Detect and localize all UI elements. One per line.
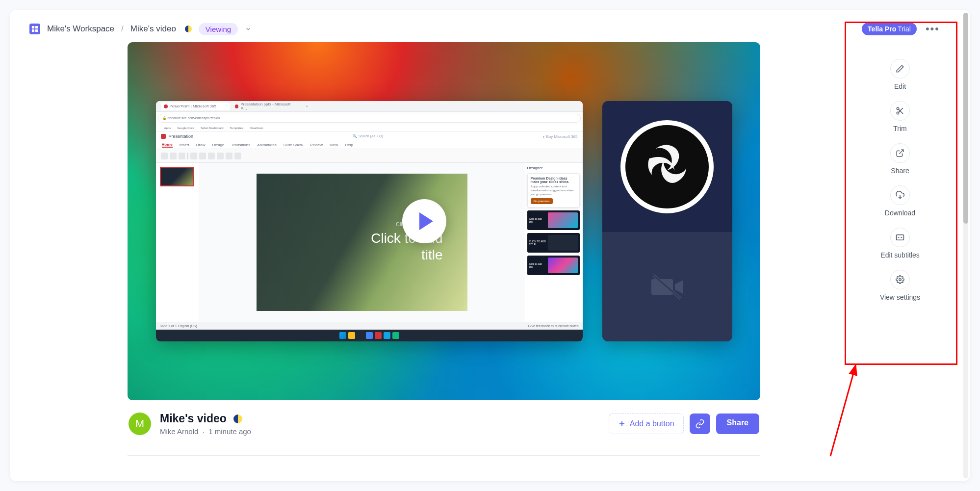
scrollbar-thumb[interactable]	[963, 13, 968, 224]
captions-icon	[896, 233, 904, 242]
svg-line-11	[900, 150, 903, 154]
timestamp: 1 minute ago	[208, 427, 251, 436]
viewing-badge[interactable]: Viewing	[199, 23, 238, 35]
svg-rect-3	[35, 29, 38, 32]
video-status-icon	[185, 26, 192, 32]
svg-rect-2	[32, 29, 34, 32]
link-icon	[695, 419, 705, 429]
plus-icon	[618, 420, 626, 428]
view-settings-button[interactable]: View settings	[880, 270, 920, 301]
video-player[interactable]: PowerPoint | Microsoft 365 Presentation.…	[128, 42, 760, 400]
pencil-icon	[896, 64, 904, 73]
copy-link-button[interactable]	[690, 413, 710, 434]
plan-badge[interactable]: Tella ProTrial	[862, 23, 917, 35]
video-title: Mike's video	[160, 412, 227, 425]
trim-button[interactable]: Trim	[890, 101, 910, 132]
screen-share-preview: PowerPoint | Microsoft 365 Presentation.…	[156, 101, 583, 341]
gear-icon	[896, 275, 904, 284]
edit-subtitles-button[interactable]: Edit subtitles	[880, 228, 919, 259]
chevron-down-icon[interactable]	[245, 26, 252, 32]
external-link-icon	[896, 149, 904, 157]
action-rail: Edit Trim Share Download Edit subtitles	[858, 42, 942, 456]
scissors-icon	[896, 106, 904, 115]
svg-point-7	[897, 107, 899, 110]
video-status-icon	[233, 414, 242, 423]
camera-off-icon	[647, 272, 687, 302]
download-button[interactable]: Download	[885, 185, 915, 217]
author-name: Mike Arnold	[160, 427, 198, 436]
webcam-preview	[602, 101, 732, 341]
share-button[interactable]: Share	[716, 413, 759, 434]
workspace-icon	[29, 24, 40, 34]
divider	[128, 455, 760, 456]
breadcrumb: Mike's Workspace / Mike's video Viewing	[29, 23, 252, 35]
obs-logo-icon	[620, 120, 714, 213]
more-menu-button[interactable]: •••	[924, 21, 942, 37]
svg-rect-0	[32, 26, 34, 28]
scrollbar[interactable]	[963, 13, 968, 478]
share-rail-button[interactable]: Share	[890, 143, 910, 175]
svg-point-8	[897, 112, 899, 114]
download-cloud-icon	[896, 191, 904, 200]
breadcrumb-workspace[interactable]: Mike's Workspace	[47, 24, 114, 34]
svg-rect-1	[35, 26, 38, 28]
avatar: M	[129, 413, 151, 435]
svg-point-13	[899, 279, 902, 281]
breadcrumb-video[interactable]: Mike's video	[130, 24, 176, 34]
breadcrumb-separator: /	[121, 24, 124, 34]
edit-button[interactable]: Edit	[890, 59, 910, 90]
play-button[interactable]	[402, 199, 446, 243]
add-button-button[interactable]: Add a button	[609, 413, 684, 434]
svg-rect-12	[897, 235, 904, 240]
